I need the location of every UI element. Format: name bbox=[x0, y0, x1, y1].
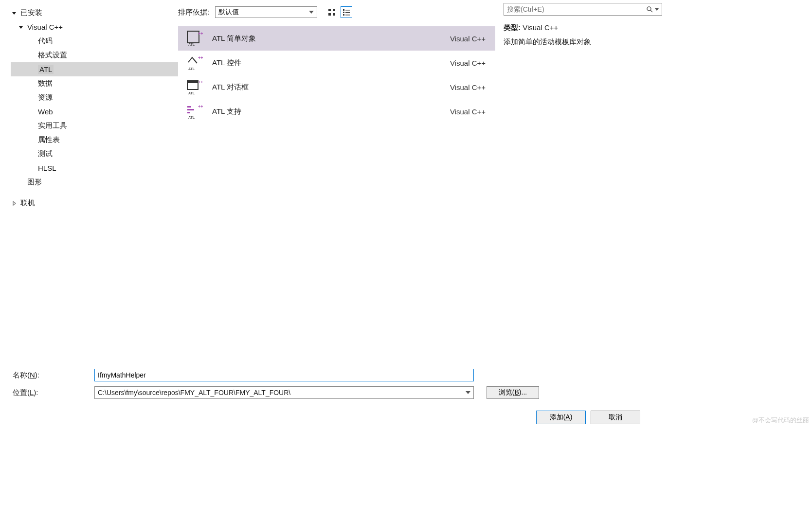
svg-rect-6 bbox=[343, 12, 344, 13]
tree-installed[interactable]: 已安装 bbox=[11, 6, 178, 20]
template-name: ATL 简单对象 bbox=[212, 34, 450, 43]
svg-rect-10 bbox=[187, 31, 199, 43]
template-name: ATL 支持 bbox=[212, 107, 450, 116]
tree-item-web[interactable]: Web bbox=[11, 105, 178, 119]
tree-label: Visual C++ bbox=[27, 23, 63, 31]
tree-item-graphics[interactable]: 图形 bbox=[11, 175, 178, 189]
chevron-down-icon bbox=[466, 391, 470, 394]
svg-text:++: ++ bbox=[198, 80, 203, 85]
sort-label: 排序依据: bbox=[178, 8, 209, 17]
tree-item-test[interactable]: 测试 bbox=[11, 147, 178, 161]
tree-label: 联机 bbox=[20, 198, 35, 208]
atl-object-icon: ++ATL bbox=[186, 30, 203, 47]
svg-rect-5 bbox=[345, 10, 350, 11]
type-line: 类型: Visual C++ bbox=[504, 23, 660, 33]
details-pane: 类型: Visual C++ 添加简单的活动模板库对象 bbox=[495, 0, 660, 363]
name-row: 名称(N): bbox=[13, 369, 650, 381]
template-atl-simple-object[interactable]: ++ATL ATL 简单对象 Visual C++ bbox=[178, 26, 495, 51]
dialog-main: 已安装 Visual C++ 代码 格式设置 ATL 数据 资源 Web 实用工… bbox=[3, 0, 660, 363]
svg-text:ATL: ATL bbox=[188, 67, 195, 71]
sort-value: 默认值 bbox=[218, 8, 239, 17]
svg-rect-9 bbox=[345, 15, 350, 16]
view-list-button[interactable] bbox=[341, 6, 352, 18]
atl-dialog-icon: ++ATL bbox=[186, 78, 203, 96]
view-mode-buttons bbox=[326, 6, 352, 18]
search-input[interactable] bbox=[507, 5, 646, 13]
tree-online[interactable]: 联机 bbox=[11, 196, 178, 210]
type-label: 类型: bbox=[504, 23, 521, 32]
svg-text:++: ++ bbox=[198, 55, 203, 60]
template-list: ++ATL ATL 简单对象 Visual C++ ++ATL ATL 控件 V… bbox=[178, 26, 495, 124]
svg-rect-19 bbox=[187, 106, 191, 108]
svg-point-24 bbox=[647, 7, 651, 11]
bottom-form: 名称(N): 位置(L): C:\Users\fmy\source\repos\… bbox=[3, 363, 660, 428]
view-grid-button[interactable] bbox=[326, 6, 338, 18]
svg-rect-0 bbox=[328, 9, 331, 11]
chevron-down-icon bbox=[18, 24, 24, 31]
name-input[interactable] bbox=[94, 369, 474, 381]
svg-rect-2 bbox=[328, 13, 331, 16]
template-lang: Visual C++ bbox=[450, 108, 486, 116]
cancel-button[interactable]: 取消 bbox=[591, 411, 640, 424]
atl-support-icon: ++ATL bbox=[186, 103, 203, 120]
search-icon bbox=[646, 6, 653, 13]
browse-button[interactable]: 浏览(B)... bbox=[487, 386, 539, 399]
location-row: 位置(L): C:\Users\fmy\source\repos\FMY_ALT… bbox=[13, 386, 650, 399]
tree-item-atl[interactable]: ATL bbox=[11, 62, 178, 76]
sort-combo[interactable]: 默认值 bbox=[215, 6, 317, 18]
add-button[interactable]: 添加(A) bbox=[536, 411, 586, 424]
tree-label: 已安装 bbox=[20, 8, 42, 18]
tree-item-propertysheet[interactable]: 属性表 bbox=[11, 133, 178, 147]
svg-text:ATL: ATL bbox=[188, 91, 195, 95]
watermark: @不会写代码的丝丽 bbox=[752, 416, 809, 425]
description: 添加简单的活动模板库对象 bbox=[504, 37, 660, 47]
location-label: 位置(L): bbox=[13, 388, 90, 397]
template-name: ATL 对话框 bbox=[212, 83, 450, 92]
center-pane: 排序依据: 默认值 bbox=[178, 0, 495, 363]
svg-text:++: ++ bbox=[198, 31, 203, 36]
location-combo[interactable]: C:\Users\fmy\source\repos\FMY_ALT_FOUR\F… bbox=[94, 386, 474, 399]
tree-item-utility[interactable]: 实用工具 bbox=[11, 119, 178, 133]
location-value: C:\Users\fmy\source\repos\FMY_ALT_FOUR\F… bbox=[98, 389, 290, 396]
tree-item-resource[interactable]: 资源 bbox=[11, 90, 178, 105]
template-lang: Visual C++ bbox=[450, 83, 486, 91]
center-header: 排序依据: 默认值 bbox=[178, 0, 495, 19]
svg-rect-7 bbox=[345, 12, 350, 13]
chevron-down-icon bbox=[309, 11, 314, 14]
template-atl-support[interactable]: ++ATL ATL 支持 Visual C++ bbox=[178, 99, 495, 124]
type-value: Visual C++ bbox=[523, 23, 558, 32]
dialog-buttons: 添加(A) 取消 bbox=[13, 411, 650, 424]
tree-visual-cpp[interactable]: Visual C++ bbox=[11, 20, 178, 34]
chevron-down-icon bbox=[11, 10, 18, 17]
add-new-item-dialog: 已安装 Visual C++ 代码 格式设置 ATL 数据 资源 Web 实用工… bbox=[3, 0, 660, 428]
template-lang: Visual C++ bbox=[450, 35, 486, 43]
tree-item-code[interactable]: 代码 bbox=[11, 34, 178, 48]
svg-rect-16 bbox=[187, 81, 198, 83]
chevron-down-icon[interactable] bbox=[655, 8, 659, 11]
tree-item-formatting[interactable]: 格式设置 bbox=[11, 48, 178, 62]
category-tree: 已安装 Visual C++ 代码 格式设置 ATL 数据 资源 Web 实用工… bbox=[3, 0, 178, 363]
template-atl-control[interactable]: ++ATL ATL 控件 Visual C++ bbox=[178, 51, 495, 75]
svg-line-25 bbox=[650, 10, 652, 12]
svg-text:ATL: ATL bbox=[188, 43, 195, 46]
svg-text:ATL: ATL bbox=[188, 116, 195, 119]
svg-rect-1 bbox=[333, 9, 335, 11]
svg-rect-3 bbox=[333, 13, 335, 16]
template-name: ATL 控件 bbox=[212, 58, 450, 68]
svg-rect-8 bbox=[343, 14, 344, 16]
template-lang: Visual C++ bbox=[450, 59, 486, 67]
chevron-right-icon bbox=[11, 200, 18, 207]
template-atl-dialog[interactable]: ++ATL ATL 对话框 Visual C++ bbox=[178, 75, 495, 99]
svg-text:++: ++ bbox=[198, 104, 203, 109]
svg-rect-20 bbox=[187, 109, 194, 110]
svg-rect-4 bbox=[343, 9, 344, 11]
svg-rect-21 bbox=[187, 112, 190, 113]
tree-item-hlsl[interactable]: HLSL bbox=[11, 161, 178, 175]
atl-control-icon: ++ATL bbox=[186, 54, 203, 72]
tree-item-data[interactable]: 数据 bbox=[11, 76, 178, 90]
search-box[interactable] bbox=[504, 3, 662, 16]
name-label: 名称(N): bbox=[13, 371, 90, 380]
